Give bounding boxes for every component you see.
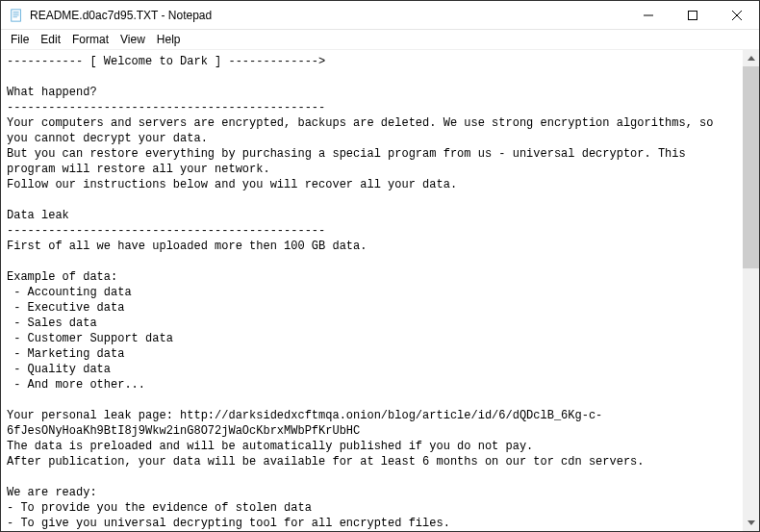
close-button[interactable] — [715, 1, 759, 29]
menu-edit[interactable]: Edit — [35, 32, 66, 47]
minimize-button[interactable] — [626, 1, 671, 29]
menu-view[interactable]: View — [114, 32, 151, 47]
maximize-button[interactable] — [671, 1, 715, 29]
svg-rect-6 — [689, 11, 697, 19]
menubar: File Edit Format View Help — [1, 30, 759, 49]
titlebar: README.d0ac7d95.TXT - Notepad — [1, 1, 759, 30]
text-content[interactable]: ----------- [ Welcome to Dark ] --------… — [1, 50, 743, 531]
window-controls — [626, 1, 759, 29]
menu-help[interactable]: Help — [151, 32, 187, 47]
scroll-up-arrow[interactable] — [743, 50, 759, 66]
menu-format[interactable]: Format — [66, 32, 114, 47]
scroll-track[interactable] — [743, 66, 759, 515]
content-area: ----------- [ Welcome to Dark ] --------… — [1, 49, 759, 531]
notepad-icon — [9, 8, 24, 23]
scroll-thumb[interactable] — [743, 66, 759, 268]
window-title: README.d0ac7d95.TXT - Notepad — [30, 9, 626, 22]
vertical-scrollbar[interactable] — [743, 50, 759, 531]
menu-file[interactable]: File — [5, 32, 35, 47]
notepad-window: README.d0ac7d95.TXT - Notepad File Edit … — [0, 0, 760, 532]
scroll-down-arrow[interactable] — [743, 515, 759, 531]
